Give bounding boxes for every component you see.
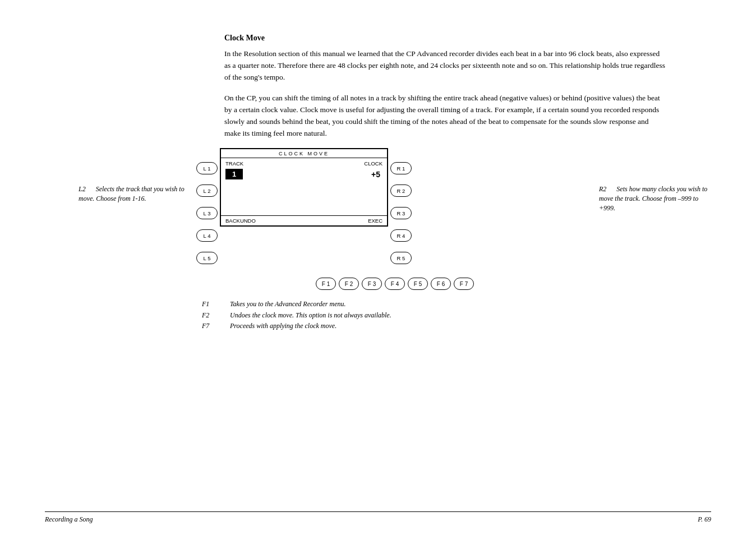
btn-F7[interactable]: F 7 xyxy=(454,278,474,290)
exec-btn-label[interactable]: EXEC xyxy=(368,218,382,224)
btn-R3[interactable]: R 3 xyxy=(390,207,412,219)
undo-btn-label[interactable]: UNDO xyxy=(240,218,256,224)
f7-key: F7 xyxy=(202,321,219,331)
btn-R5[interactable]: R 5 xyxy=(390,252,412,264)
btn-F2[interactable]: F 2 xyxy=(339,278,359,290)
diagram-section: L2 Selects the track that you wish to mo… xyxy=(79,148,711,331)
screen-with-buttons: L 1 L 2 L 3 L 4 L 5 CLOCK MOVE TRACK CLO… xyxy=(196,148,593,274)
footer-row-F7: F7 Proceeds with applying the clock move… xyxy=(202,321,593,331)
f1-key: F1 xyxy=(202,299,219,310)
lcd-field-labels: TRACK CLOCK xyxy=(221,158,387,168)
right-buttons-col: R 1 R 2 R 3 R 4 R 5 xyxy=(390,148,412,274)
footer-row-F1: F1 Takes you to the Advanced Recorder me… xyxy=(202,299,593,310)
f-buttons-row: F 1 F 2 F 3 F 4 F 5 F 6 F 7 xyxy=(196,278,593,290)
content-area: Clock Move In the Resolution section of … xyxy=(224,34,666,139)
track-label: TRACK xyxy=(225,160,243,167)
l2-label: L2 xyxy=(79,185,86,193)
footer-left: Recording a Song xyxy=(45,515,93,524)
lcd-screen: CLOCK MOVE TRACK CLOCK 1 +5 BACK UNDO xyxy=(220,148,388,227)
left-buttons-col: L 1 L 2 L 3 L 4 L 5 xyxy=(196,148,218,274)
lcd-title: CLOCK MOVE xyxy=(221,149,387,158)
footer-row-F2: F2 Undoes the clock move. This option is… xyxy=(202,310,593,321)
f2-text: Undoes the clock move. This option is no… xyxy=(230,310,391,321)
paragraph1: In the Resolution section of this manual… xyxy=(224,48,666,84)
clock-label: CLOCK xyxy=(364,160,382,167)
btn-L5[interactable]: L 5 xyxy=(196,252,218,264)
btn-L4[interactable]: L 4 xyxy=(196,229,218,242)
btn-L1[interactable]: L 1 xyxy=(196,162,218,174)
clock-value: +5 xyxy=(371,170,382,179)
r2-text: Sets how many clocks you wish to move th… xyxy=(599,185,707,212)
lcd-spacer xyxy=(221,182,387,215)
btn-L2[interactable]: L 2 xyxy=(196,185,218,197)
page-footer: Recording a Song P. 69 xyxy=(45,511,711,524)
footer-annotations: F1 Takes you to the Advanced Recorder me… xyxy=(202,299,593,331)
btn-L3[interactable]: L 3 xyxy=(196,207,218,219)
left-annotation-block: L2 Selects the track that you wish to mo… xyxy=(79,148,191,204)
r2-label: R2 xyxy=(599,185,606,193)
lcd-bottom-buttons: BACK UNDO EXEC xyxy=(221,215,387,225)
btn-R1[interactable]: R 1 xyxy=(390,162,412,174)
right-annotation-block: R2 Sets how many clocks you wish to move… xyxy=(599,148,711,213)
btn-F6[interactable]: F 6 xyxy=(431,278,451,290)
btn-F3[interactable]: F 3 xyxy=(362,278,382,290)
f1-text: Takes you to the Advanced Recorder menu. xyxy=(230,299,346,310)
btn-R4[interactable]: R 4 xyxy=(390,229,412,242)
footer-right: P. 69 xyxy=(698,515,711,524)
f2-key: F2 xyxy=(202,310,219,321)
f7-text: Proceeds with applying the clock move. xyxy=(230,321,336,331)
section-title: Clock Move xyxy=(224,34,666,43)
back-btn-label[interactable]: BACK xyxy=(225,218,240,224)
center-diagram: L 1 L 2 L 3 L 4 L 5 CLOCK MOVE TRACK CLO… xyxy=(196,148,593,331)
btn-F4[interactable]: F 4 xyxy=(385,278,405,290)
l2-text: Selects the track that you wish to move.… xyxy=(79,185,185,202)
page-container: Clock Move In the Resolution section of … xyxy=(0,0,756,535)
btn-F1[interactable]: F 1 xyxy=(316,278,336,290)
btn-F5[interactable]: F 5 xyxy=(408,278,428,290)
btn-R2[interactable]: R 2 xyxy=(390,185,412,197)
track-value: 1 xyxy=(225,169,243,179)
paragraph2: On the CP, you can shift the timing of a… xyxy=(224,93,666,140)
lcd-values: 1 +5 xyxy=(221,168,387,182)
